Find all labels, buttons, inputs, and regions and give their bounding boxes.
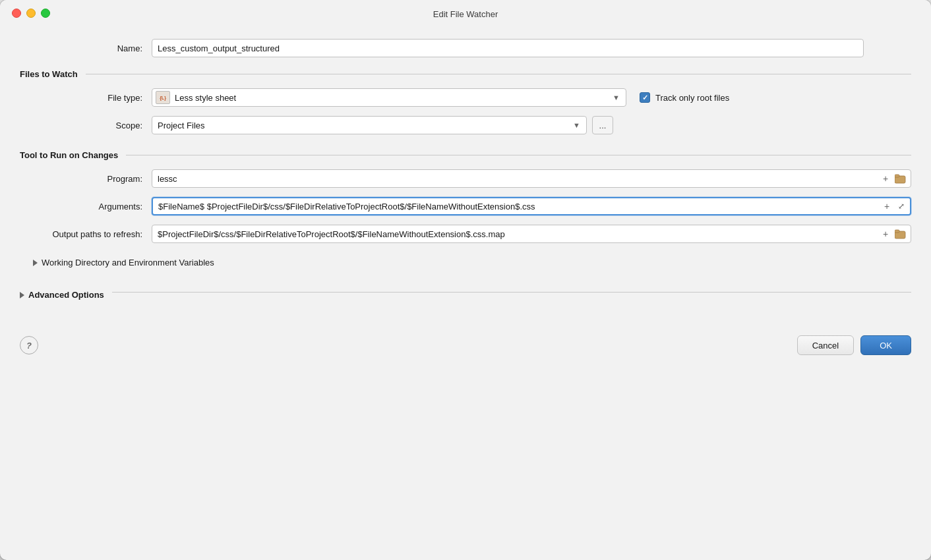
scope-ellipsis-button[interactable]: ... (592, 116, 613, 134)
working-directory-row[interactable]: Working Directory and Environment Variab… (20, 252, 911, 273)
arguments-add-icon[interactable]: + (881, 200, 893, 212)
maximize-button[interactable] (41, 9, 50, 18)
track-root-files-wrapper: Track only root files (640, 92, 729, 103)
program-row: Program: + (20, 169, 911, 188)
output-paths-label: Output paths to refresh: (20, 229, 152, 239)
title-bar: Edit File Watcher (0, 0, 931, 26)
traffic-lights (12, 9, 50, 18)
tool-to-run-section: Tool to Run on Changes (20, 150, 911, 160)
close-button[interactable] (12, 9, 21, 18)
advanced-options-triangle (20, 292, 24, 298)
files-to-watch-title: Files to Watch (20, 69, 86, 79)
action-buttons: Cancel OK (797, 335, 911, 355)
minimize-button[interactable] (26, 9, 36, 18)
help-button[interactable]: ? (20, 336, 38, 354)
program-label: Program: (20, 174, 152, 184)
output-paths-input[interactable] (152, 225, 911, 243)
bottom-bar: ? Cancel OK (0, 322, 931, 371)
ok-button[interactable]: OK (860, 335, 911, 355)
section-divider (86, 74, 911, 74)
track-root-checkbox[interactable] (640, 92, 650, 103)
working-directory-label: Working Directory and Environment Variab… (42, 258, 214, 267)
cancel-button[interactable]: Cancel (797, 335, 854, 355)
output-paths-browse-icon[interactable] (894, 228, 907, 240)
svg-rect-3 (895, 230, 899, 233)
tool-to-run-title: Tool to Run on Changes (20, 150, 126, 160)
working-directory-triangle (33, 260, 38, 266)
scope-select[interactable]: Project Files (152, 116, 587, 134)
advanced-options-row: Advanced Options (20, 290, 112, 300)
program-input[interactable] (152, 169, 911, 188)
advanced-options-title: Advanced Options (28, 290, 112, 300)
scope-dropdown-wrapper: Project Files ▼ (152, 116, 587, 134)
advanced-section-divider (112, 292, 911, 293)
arguments-row: Arguments: + ⤢ (20, 197, 911, 215)
name-row: Name: (20, 39, 911, 57)
output-paths-row: Output paths to refresh: + (20, 225, 911, 243)
program-input-wrapper: + (152, 169, 911, 188)
dialog-content: Name: Files to Watch File type: {L} Less… (0, 26, 931, 322)
scope-row: Scope: Project Files ▼ ... (20, 116, 911, 134)
file-type-select[interactable]: Less style sheet (152, 88, 626, 107)
name-input[interactable] (152, 39, 864, 57)
scope-label: Scope: (20, 121, 152, 130)
output-paths-input-wrapper: + (152, 225, 911, 243)
arguments-expand-icon[interactable]: ⤢ (895, 200, 907, 212)
program-add-icon[interactable]: + (880, 173, 891, 184)
arguments-input-wrapper: + ⤢ (152, 197, 911, 215)
program-browse-icon[interactable] (894, 173, 907, 184)
arguments-label: Arguments: (20, 202, 152, 211)
arguments-input[interactable] (152, 197, 911, 215)
file-type-row: File type: {L} Less style sheet ▼ Track … (20, 88, 911, 107)
tool-section-divider (126, 155, 911, 155)
edit-file-watcher-dialog: Edit File Watcher Name: Files to Watch F… (0, 0, 931, 560)
svg-rect-1 (895, 175, 899, 177)
arguments-input-buttons: + ⤢ (881, 200, 907, 212)
file-type-dropdown-wrapper: {L} Less style sheet ▼ (152, 88, 626, 107)
name-label: Name: (20, 43, 152, 53)
track-root-label: Track only root files (655, 93, 729, 103)
file-type-label: File type: (20, 93, 152, 103)
window-title: Edit File Watcher (433, 9, 498, 19)
output-paths-add-icon[interactable]: + (880, 228, 891, 240)
advanced-options-section: Advanced Options (20, 285, 911, 300)
files-to-watch-section: Files to Watch (20, 69, 911, 79)
program-input-buttons: + (880, 173, 907, 184)
output-paths-input-buttons: + (880, 228, 907, 240)
